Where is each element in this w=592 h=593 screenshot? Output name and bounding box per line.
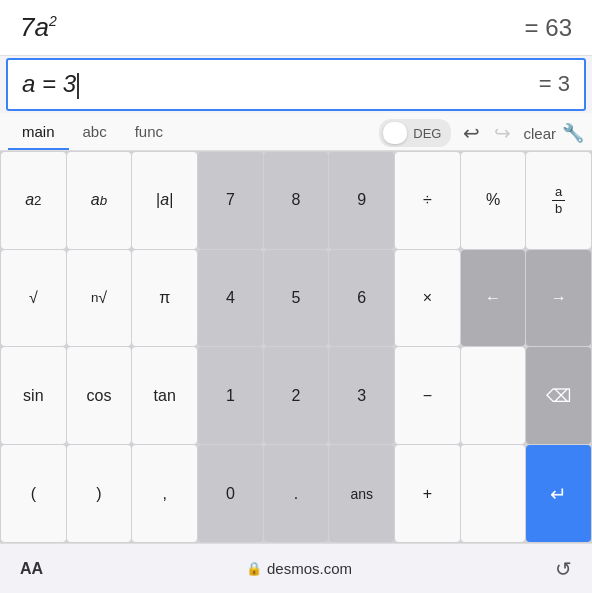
undo-button[interactable]: ↩ xyxy=(459,119,484,147)
key-backspace[interactable]: ⌫ xyxy=(526,347,591,444)
key-right-arrow[interactable]: → xyxy=(526,250,591,347)
key-left-arrow[interactable]: ← xyxy=(461,250,526,347)
kbd-row-4: ( ) , 0 . ans + ↵ xyxy=(1,445,591,542)
key-tan[interactable]: tan xyxy=(132,347,197,444)
refresh-button[interactable]: ↺ xyxy=(555,557,572,581)
tab-abc[interactable]: abc xyxy=(69,117,121,150)
key-0[interactable]: 0 xyxy=(198,445,263,542)
input-area[interactable]: a = 3 = 3 xyxy=(6,58,586,111)
key-a-squared[interactable]: a2 xyxy=(1,152,66,249)
key-6[interactable]: 6 xyxy=(329,250,394,347)
deg-knob xyxy=(383,122,407,144)
key-empty-2 xyxy=(461,445,526,542)
keyboard-tabs: main abc func DEG ↩ ↪ clear 🔧 xyxy=(0,113,592,151)
browser-url[interactable]: 🔒 desmos.com xyxy=(246,560,352,577)
key-minus[interactable]: − xyxy=(395,347,460,444)
input-result: = 3 xyxy=(539,71,570,97)
key-sin[interactable]: sin xyxy=(1,347,66,444)
lock-icon: 🔒 xyxy=(246,561,262,576)
keyboard: a2 ab |a| 7 8 9 ÷ % a b √ n√ π 4 5 6 × ←… xyxy=(0,151,592,543)
key-close-paren[interactable]: ) xyxy=(67,445,132,542)
redo-button[interactable]: ↪ xyxy=(490,119,515,147)
key-ans[interactable]: ans xyxy=(329,445,394,542)
key-enter[interactable]: ↵ xyxy=(526,445,591,542)
key-plus[interactable]: + xyxy=(395,445,460,542)
key-open-paren[interactable]: ( xyxy=(1,445,66,542)
url-text: desmos.com xyxy=(267,560,352,577)
deg-toggle[interactable]: DEG xyxy=(379,119,451,147)
kbd-row-1: a2 ab |a| 7 8 9 ÷ % a b xyxy=(1,152,591,249)
undo-redo-group: ↩ ↪ xyxy=(459,119,515,147)
input-value: a = 3 xyxy=(22,70,79,99)
kbd-row-3: sin cos tan 1 2 3 − ⌫ xyxy=(1,347,591,444)
key-2[interactable]: 2 xyxy=(264,347,329,444)
key-dot[interactable]: . xyxy=(264,445,329,542)
clear-button[interactable]: clear xyxy=(523,125,556,142)
deg-label: DEG xyxy=(407,126,447,141)
browser-bar: AA 🔒 desmos.com ↺ xyxy=(0,543,592,593)
key-4[interactable]: 4 xyxy=(198,250,263,347)
settings-button[interactable]: 🔧 xyxy=(562,122,584,144)
key-multiply[interactable]: × xyxy=(395,250,460,347)
key-8[interactable]: 8 xyxy=(264,152,329,249)
kbd-row-2: √ n√ π 4 5 6 × ← → xyxy=(1,250,591,347)
key-fraction[interactable]: a b xyxy=(526,152,591,249)
expression-left: 7a2 xyxy=(20,12,57,43)
key-cos[interactable]: cos xyxy=(67,347,132,444)
tab-func[interactable]: func xyxy=(121,117,177,150)
key-1[interactable]: 1 xyxy=(198,347,263,444)
key-pi[interactable]: π xyxy=(132,250,197,347)
tab-main[interactable]: main xyxy=(8,117,69,150)
key-7[interactable]: 7 xyxy=(198,152,263,249)
key-comma[interactable]: , xyxy=(132,445,197,542)
key-3[interactable]: 3 xyxy=(329,347,394,444)
browser-aa[interactable]: AA xyxy=(20,560,43,578)
expression-display: 7a2 = 63 xyxy=(0,0,592,56)
key-sqrt[interactable]: √ xyxy=(1,250,66,347)
key-divide[interactable]: ÷ xyxy=(395,152,460,249)
key-percent[interactable]: % xyxy=(461,152,526,249)
key-a-power-b[interactable]: ab xyxy=(67,152,132,249)
key-5[interactable]: 5 xyxy=(264,250,329,347)
key-empty-1 xyxy=(461,347,526,444)
key-9[interactable]: 9 xyxy=(329,152,394,249)
key-abs[interactable]: |a| xyxy=(132,152,197,249)
key-nth-root[interactable]: n√ xyxy=(67,250,132,347)
expression-right: = 63 xyxy=(525,14,572,42)
